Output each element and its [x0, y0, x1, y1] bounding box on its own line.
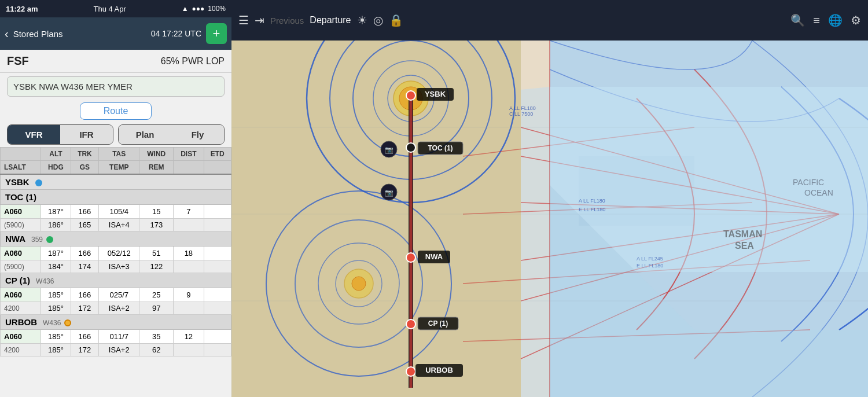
svg-text:📷: 📷 — [385, 188, 393, 197]
svg-point-41 — [406, 319, 415, 329]
svg-text:YSBK: YSBK — [425, 90, 446, 98]
svg-rect-4 — [231, 41, 521, 397]
table-row: A060 185° 166 025/7 25 9 — [1, 288, 231, 302]
table-row[interactable]: CP (1)W436 — [1, 273, 231, 288]
map-container[interactable]: 📷 📷 YSBK TOC (1) NWA CP (1) URBOB TASMAN… — [231, 41, 868, 397]
table-row: A060 187° 166 052/12 51 18 — [1, 247, 231, 260]
svg-text:A LL FL245: A LL FL245 — [637, 256, 663, 262]
svg-text:A LL FL180: A LL FL180 — [579, 198, 605, 204]
route-button[interactable]: Route — [80, 102, 152, 120]
flight-table: ALT TRK TAS WIND DIST ETD LSALT HDG GS T… — [0, 147, 231, 397]
lock-icon[interactable]: 🔒 — [389, 13, 403, 27]
table-row[interactable]: NWA359 — [1, 231, 231, 247]
table-row: A060 187° 166 105/4 15 7 — [1, 205, 231, 219]
col-temp: TEMP — [99, 161, 139, 175]
signal-icon: ●●● — [192, 5, 205, 13]
power-setting: 65% PWR LOP — [161, 56, 225, 67]
vfr-ifr-toggle: VFR IFR — [7, 124, 113, 145]
svg-text:TOC (1): TOC (1) — [428, 144, 453, 152]
table-row: 4200 185° 172 ISA+2 62 — [1, 344, 231, 356]
plan-id: FSF — [7, 54, 29, 68]
target-icon[interactable]: ◎ — [373, 13, 383, 27]
status-date: Thu 4 Apr — [93, 5, 126, 13]
col-rem: REM — [139, 161, 174, 175]
waypoints-table: ALT TRK TAS WIND DIST ETD LSALT HDG GS T… — [0, 147, 231, 356]
battery-icon: 100% — [208, 5, 226, 13]
col-trk: TRK — [71, 148, 98, 161]
col-tas: TAS — [99, 148, 139, 161]
wifi-icon: ▲ — [182, 5, 189, 13]
col-dist: DIST — [174, 148, 204, 161]
menu-icon[interactable]: ☰ — [238, 13, 249, 27]
svg-text:E LL FL180: E LL FL180 — [579, 207, 605, 212]
table-row: A060 185° 166 011/7 35 12 — [1, 330, 231, 344]
settings-icon[interactable]: ⚙ — [851, 13, 861, 27]
status-time: 11:22 am — [6, 5, 38, 13]
svg-text:C LL 7500: C LL 7500 — [509, 111, 533, 117]
col-gs: GS — [71, 161, 98, 175]
search-icon[interactable]: 🔍 — [790, 13, 805, 27]
fly-button[interactable]: Fly — [171, 125, 224, 144]
stored-plans-title: Stored Plans — [13, 29, 146, 39]
add-plan-button[interactable]: + — [206, 23, 227, 44]
table-header-row: ALT TRK TAS WIND DIST ETD — [1, 148, 231, 161]
fsf-header: FSF 65% PWR LOP — [0, 50, 231, 73]
route-display[interactable]: YSBK NWA W436 MER YMER — [7, 76, 225, 97]
ifr-button[interactable]: IFR — [60, 125, 113, 144]
svg-text:E LL FL180: E LL FL180 — [637, 263, 663, 269]
table-row[interactable]: TOC (1) — [1, 190, 231, 205]
svg-point-38 — [406, 91, 415, 100]
arrow-icon[interactable]: ⇥ — [255, 13, 264, 27]
col-wind: WIND — [139, 148, 174, 161]
col-lsalt: LSALT — [1, 161, 41, 175]
col-waypoint — [1, 148, 41, 161]
utc-time: 04 17:22 UTC — [151, 29, 201, 38]
toggle-row: VFR IFR Plan Fly — [0, 122, 231, 147]
sun-icon[interactable]: ☀ — [357, 13, 367, 27]
vfr-button[interactable]: VFR — [8, 125, 60, 144]
table-row[interactable]: YSBK — [1, 174, 231, 190]
plan-fly-toggle: Plan Fly — [118, 124, 225, 145]
top-nav: ☰ ⇥ Previous Departure ☀ ◎ 🔒 🔍 ≡ 🌐 ⚙ — [231, 0, 868, 41]
route-btn-row: Route — [0, 100, 231, 122]
table-header-row-2: LSALT HDG GS TEMP REM — [1, 161, 231, 175]
status-bar: 11:22 am Thu 4 Apr ▲ ●●● 100% — [0, 0, 231, 17]
departure-label: Departure — [310, 15, 351, 25]
table-row[interactable]: URBOBW436 — [1, 315, 231, 330]
svg-point-42 — [406, 367, 415, 376]
svg-text:OCEAN: OCEAN — [804, 188, 833, 197]
plan-button[interactable]: Plan — [119, 125, 171, 144]
col-empty2 — [204, 161, 231, 175]
aeronautical-map: 📷 📷 YSBK TOC (1) NWA CP (1) URBOB TASMAN… — [231, 41, 868, 397]
nav-right-icons: 🔍 ≡ 🌐 ⚙ — [790, 13, 861, 27]
nav-bar: ‹ Stored Plans 04 17:22 UTC + — [0, 17, 231, 50]
svg-text:CP (1): CP (1) — [428, 319, 448, 328]
svg-text:📷: 📷 — [385, 145, 393, 154]
back-button[interactable]: ‹ — [5, 27, 9, 41]
left-panel: 11:22 am Thu 4 Apr ▲ ●●● 100% ‹ Stored P… — [0, 0, 231, 397]
svg-point-39 — [406, 143, 415, 152]
svg-text:A LL FL180: A LL FL180 — [509, 105, 536, 111]
svg-text:TASMAN: TASMAN — [723, 229, 762, 239]
svg-text:URBOB: URBOB — [425, 366, 453, 374]
previous-label[interactable]: Previous — [270, 16, 304, 25]
svg-point-40 — [406, 253, 415, 262]
svg-point-17 — [352, 277, 366, 291]
table-row: (5900) 186° 165 ISA+4 173 — [1, 219, 231, 231]
table-row: (5900) 184° 174 ISA+3 122 — [1, 260, 231, 273]
svg-text:SEA: SEA — [735, 241, 754, 251]
svg-text:PACIFIC: PACIFIC — [793, 178, 824, 187]
route-input-row: YSBK NWA W436 MER YMER — [0, 73, 231, 100]
col-hdg: HDG — [41, 161, 71, 175]
layers-icon[interactable]: ≡ — [813, 14, 820, 27]
col-alt: ALT — [41, 148, 71, 161]
svg-text:NWA: NWA — [425, 252, 443, 261]
globe-icon[interactable]: 🌐 — [828, 13, 843, 27]
table-row: 4200 185° 172 ISA+2 97 — [1, 302, 231, 315]
col-etd: ETD — [204, 148, 231, 161]
status-icons: ▲ ●●● 100% — [182, 5, 226, 13]
col-empty1 — [174, 161, 204, 175]
